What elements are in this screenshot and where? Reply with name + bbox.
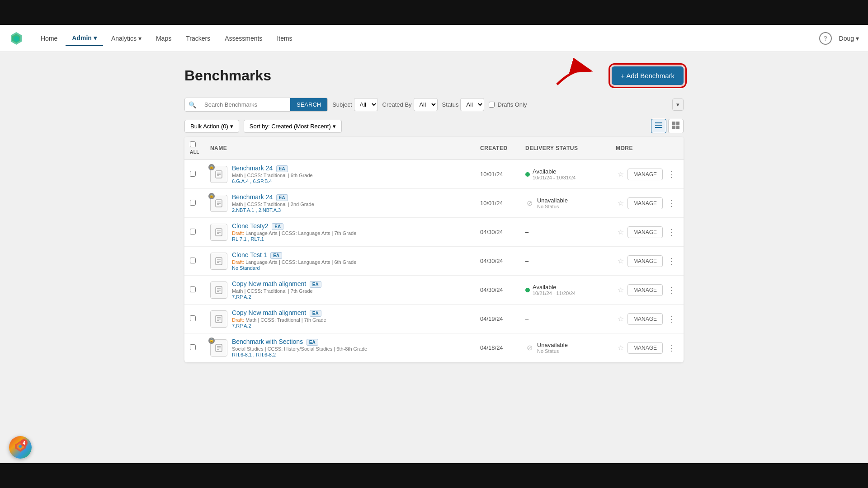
nav-admin[interactable]: Admin ▾ <box>66 31 103 46</box>
more-options-button[interactable]: ⋮ <box>665 254 678 268</box>
more-header: MORE <box>610 137 684 160</box>
row-checkbox[interactable] <box>190 315 196 321</box>
status-label: Available <box>533 168 576 175</box>
row-checkbox[interactable] <box>190 286 196 292</box>
row-more-cell: ☆ MANAGE ⋮ <box>610 333 684 362</box>
benchmark-name-link[interactable]: Benchmark with Sections <box>232 338 303 345</box>
logo[interactable] <box>9 31 24 46</box>
star-button[interactable]: ☆ <box>616 197 626 209</box>
more-options-button[interactable]: ⋮ <box>665 283 678 297</box>
status-filter: Status All <box>442 98 485 111</box>
row-more-cell: ☆ MANAGE ⋮ <box>610 160 684 189</box>
draft-label: Draft: <box>232 317 244 323</box>
row-checkbox-cell <box>184 160 205 189</box>
drafts-only-checkbox[interactable] <box>489 102 495 108</box>
list-view-button[interactable] <box>651 119 666 133</box>
row-checkbox-cell <box>184 276 205 305</box>
star-button[interactable]: ☆ <box>616 168 626 180</box>
status-label: Available <box>533 284 576 291</box>
toolbar-row: Bulk Action (0) ▾ Sort by: Created (Most… <box>184 119 684 133</box>
nav-assessments[interactable]: Assessments <box>218 31 269 46</box>
status-available: Available 10/01/24 - 10/31/24 <box>525 168 605 180</box>
benchmark-name-link[interactable]: Benchmark 24 <box>232 193 273 201</box>
more-options-button[interactable]: ⋮ <box>665 168 678 181</box>
row-checkbox[interactable] <box>190 229 196 235</box>
nav-analytics[interactable]: Analytics ▾ <box>105 31 148 46</box>
benchmark-name-link[interactable]: Copy New math alignment <box>232 280 306 287</box>
floating-icon[interactable]: 4 <box>9 436 32 459</box>
benchmark-name-link[interactable]: Benchmark 24 <box>232 164 273 172</box>
filter-collapse-button[interactable]: ▾ <box>672 99 684 111</box>
benchmark-standards[interactable]: RL.7.1 , RL7.1 <box>232 236 356 242</box>
status-select[interactable]: All <box>460 98 484 111</box>
manage-button[interactable]: MANAGE <box>627 284 663 296</box>
status-date: 10/01/24 - 10/31/24 <box>533 175 576 180</box>
star-button[interactable]: ☆ <box>616 284 626 296</box>
row-delivery-cell: Available 10/21/24 - 11/20/24 <box>520 276 610 305</box>
star-button[interactable]: ☆ <box>616 342 626 354</box>
table-row: Copy New math alignment EA Draft: Math |… <box>184 305 684 333</box>
row-checkbox[interactable] <box>190 258 196 263</box>
manage-button[interactable]: MANAGE <box>627 342 663 354</box>
benchmark-name-link[interactable]: Clone Testy2 <box>232 222 269 230</box>
star-button[interactable]: ☆ <box>616 255 626 267</box>
select-all-checkbox[interactable] <box>190 141 196 147</box>
nav-trackers[interactable]: Trackers <box>179 31 217 46</box>
svg-rect-7 <box>672 122 675 125</box>
subject-select[interactable]: All <box>354 98 378 111</box>
row-checkbox[interactable] <box>190 344 196 350</box>
nav-items[interactable]: Items <box>270 31 298 46</box>
benchmark-standards[interactable]: 7.RP.A.2 <box>232 323 326 328</box>
table-header: ALL NAME CREATED DELIVERY STATUS MORE <box>184 137 684 160</box>
benchmark-standards[interactable]: 7.RP.A.2 <box>232 294 321 300</box>
benchmark-standards[interactable]: 2.NBT.A.1 , 2.NBT.A.3 <box>232 207 314 213</box>
benchmark-standards[interactable]: No Standard <box>232 265 356 271</box>
search-input[interactable] <box>200 98 290 111</box>
star-button[interactable]: ☆ <box>616 313 626 325</box>
user-menu[interactable]: Doug ▾ <box>839 35 859 42</box>
benchmark-standards[interactable]: 6.G.A.4 , 6.SP.B.4 <box>232 178 313 184</box>
row-delivery-cell: – <box>520 305 610 333</box>
created-date: 04/19/24 <box>480 315 503 322</box>
benchmark-name-link[interactable]: Copy New math alignment <box>232 309 306 316</box>
manage-button[interactable]: MANAGE <box>627 226 663 238</box>
row-checkbox[interactable] <box>190 171 196 177</box>
nav-maps[interactable]: Maps <box>150 31 178 46</box>
table-row: Copy New math alignment EA Math | CCSS: … <box>184 276 684 305</box>
created-by-select[interactable]: All <box>414 98 438 111</box>
select-all-header[interactable]: ALL <box>184 137 205 160</box>
grid-view-button[interactable] <box>668 119 684 133</box>
row-name-cell: Copy New math alignment EA Draft: Math |… <box>205 305 475 333</box>
status-dot-green <box>525 172 530 177</box>
row-checkbox[interactable] <box>190 200 196 206</box>
benchmark-name-link[interactable]: Clone Test 1 <box>232 251 267 258</box>
manage-button[interactable]: MANAGE <box>627 313 663 325</box>
benchmark-standards[interactable]: RH.6-8.1 , RH.6-8.2 <box>232 352 367 357</box>
lock-icon: 🔒 <box>208 193 215 199</box>
drafts-only-filter[interactable]: Drafts Only <box>489 101 527 108</box>
status-dash: – <box>525 258 528 264</box>
more-options-button[interactable]: ⋮ <box>665 341 678 355</box>
manage-button[interactable]: MANAGE <box>627 197 663 209</box>
row-delivery-cell: Available 10/01/24 - 10/31/24 <box>520 160 610 189</box>
search-button[interactable]: SEARCH <box>290 98 327 111</box>
bulk-action-button[interactable]: Bulk Action (0) ▾ <box>184 120 239 133</box>
more-options-button[interactable]: ⋮ <box>665 225 678 239</box>
sort-button[interactable]: Sort by: Created (Most Recent) ▾ <box>244 120 342 133</box>
row-name-cell: Clone Testy2 EA Draft: Language Arts | C… <box>205 218 475 247</box>
benchmark-meta: Math | CCSS: Traditional | 2nd Grade <box>232 202 314 207</box>
add-benchmark-button[interactable]: + Add Benchmark <box>612 66 684 85</box>
nav-home[interactable]: Home <box>34 31 64 46</box>
manage-button[interactable]: MANAGE <box>627 255 663 267</box>
help-button[interactable]: ? <box>819 32 832 45</box>
row-more-cell: ☆ MANAGE ⋮ <box>610 189 684 218</box>
search-icon: 🔍 <box>185 101 200 108</box>
more-options-button[interactable]: ⋮ <box>665 312 678 326</box>
star-button[interactable]: ☆ <box>616 226 626 238</box>
benchmark-meta: Draft: Language Arts | CCSS: Language Ar… <box>232 259 356 265</box>
manage-button[interactable]: MANAGE <box>627 169 663 180</box>
draft-label: Draft: <box>232 230 244 236</box>
more-options-button[interactable]: ⋮ <box>665 197 678 210</box>
svg-rect-5 <box>655 125 662 126</box>
table-row: 🔒 Benchmark with Sections EA Social Stud… <box>184 333 684 362</box>
